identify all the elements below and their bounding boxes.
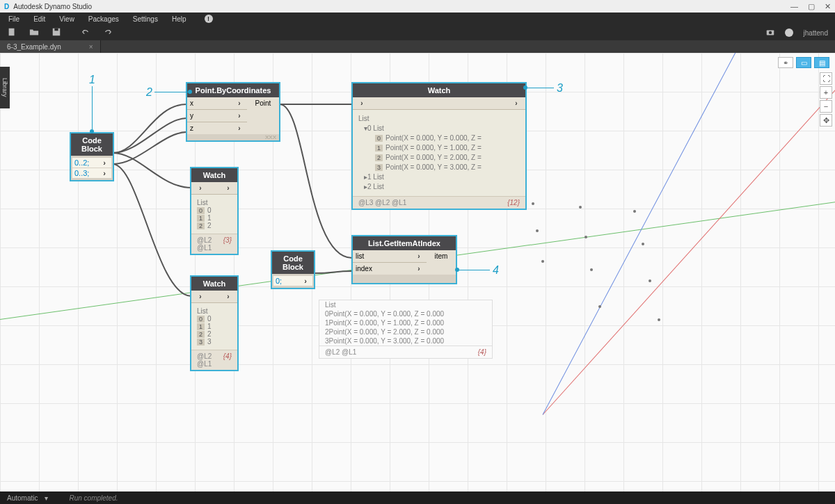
input-port-chevron-icon[interactable]: › — [234, 124, 244, 132]
output-port[interactable]: › — [100, 158, 109, 167]
node-list-getitematindex[interactable]: List.GetItemAtIndex list› index› item — [351, 235, 457, 284]
annotation-1: 1 — [89, 74, 95, 86]
node-header: Watch — [191, 168, 237, 182]
view-graph-icon[interactable]: ▭ — [796, 57, 811, 68]
maximize-icon[interactable]: ▢ — [808, 2, 815, 11]
input-port[interactable]: › — [196, 184, 205, 192]
output-port[interactable]: › — [223, 184, 233, 192]
node-header: Watch — [353, 83, 525, 97]
zoom-out-icon[interactable]: − — [820, 100, 832, 113]
status-message: Run completed. — [69, 494, 118, 502]
status-bar: Automatic▾ Run completed. — [0, 491, 835, 504]
input-port-chevron-icon[interactable]: › — [234, 99, 244, 107]
document-tab-label: 6-3_Example.dyn — [7, 43, 61, 51]
input-port-label: y — [190, 112, 193, 120]
menu-settings[interactable]: Settings — [133, 15, 158, 23]
view-3d-icon[interactable]: ▤ — [814, 57, 829, 68]
document-tab[interactable]: 6-3_Example.dyn × — [0, 40, 101, 53]
svg-rect-2 — [54, 28, 58, 31]
code-line[interactable]: 0..2; — [74, 158, 89, 167]
output-port-label[interactable]: Point — [247, 97, 279, 134]
node-header: Code Block — [71, 133, 113, 156]
watch-content: List 00 11 22 — [191, 195, 237, 234]
node-header: Watch — [191, 277, 237, 291]
code-line[interactable]: 0; — [276, 277, 282, 285]
library-panel-tab[interactable]: Library — [0, 67, 10, 108]
input-port-chevron-icon[interactable]: › — [234, 112, 244, 120]
output-preview-tooltip: List 0Point(X = 0.000, Y = 0.000, Z = 0.… — [319, 300, 493, 359]
lacing-indicator: XXX — [187, 134, 279, 140]
open-file-icon[interactable] — [29, 27, 39, 39]
undo-icon[interactable] — [81, 27, 90, 39]
node-header: List.GetItemAtIndex — [353, 236, 456, 250]
input-port-label: index — [356, 265, 372, 273]
menu-packages[interactable]: Packages — [88, 15, 119, 23]
close-icon[interactable]: ✕ — [825, 2, 831, 11]
fit-view-icon[interactable]: ⛶ — [820, 72, 832, 85]
app-title: Autodesk Dynamo Studio — [13, 3, 790, 10]
watch-content: List ▾0 List 0Point(X = 0.000, Y = 0.000… — [353, 110, 525, 196]
minimize-icon[interactable]: — — [790, 2, 798, 11]
code-line[interactable]: 0..3; — [74, 169, 89, 177]
zoom-in-icon[interactable]: + — [820, 86, 832, 99]
new-file-icon[interactable] — [7, 27, 17, 39]
annotation-3: 3 — [557, 82, 563, 95]
menu-file[interactable]: File — [8, 15, 19, 23]
chevron-down-icon: ▾ — [45, 494, 48, 502]
user-name[interactable]: jhattend — [803, 29, 828, 37]
menu-bar: File Edit View Packages Settings Help ! — [0, 13, 835, 25]
pan-icon[interactable]: ✥ — [820, 114, 832, 127]
camera-icon[interactable] — [765, 27, 775, 38]
node-code-block-2[interactable]: Code Block 0;› — [271, 250, 315, 289]
menu-view[interactable]: View — [59, 15, 74, 23]
redo-icon[interactable] — [103, 27, 113, 39]
output-port-label[interactable]: item — [427, 250, 456, 275]
input-port-label: x — [190, 99, 193, 107]
input-port-label: list — [356, 252, 364, 260]
svg-rect-0 — [9, 28, 15, 35]
node-point-bycoordinates[interactable]: Point.ByCoordinates x› y› z› Point XXX — [186, 82, 280, 142]
watch-content: List 00 11 22 33 — [191, 303, 237, 350]
view-mode-toolbar: ⚭ ▭ ▤ — [778, 57, 829, 68]
output-port[interactable]: › — [100, 169, 109, 177]
document-tab-bar: 6-3_Example.dyn × — [0, 40, 835, 53]
node-header: Code Block — [272, 252, 314, 274]
save-icon[interactable] — [51, 27, 61, 39]
output-port[interactable]: › — [301, 277, 310, 285]
node-watch-a[interactable]: Watch ›› List 00 11 22 @L2 @L1{3} — [190, 167, 239, 255]
node-watch-b[interactable]: Watch ›› List 00 11 22 33 @L2 @L1{4} — [190, 275, 239, 371]
menu-edit[interactable]: Edit — [33, 15, 45, 23]
tab-close-icon[interactable]: × — [89, 43, 93, 51]
window-titlebar: D Autodesk Dynamo Studio — ▢ ✕ — [0, 0, 835, 13]
input-port-chevron-icon[interactable]: › — [414, 265, 424, 273]
help-icon[interactable]: ! — [205, 15, 213, 23]
input-port[interactable]: › — [357, 99, 367, 107]
input-port-label: z — [190, 124, 193, 132]
annotation-2: 2 — [146, 86, 152, 99]
navigation-toolbar: ⛶ + − ✥ — [820, 72, 832, 127]
node-code-block-1[interactable]: Code Block 0..2;› 0..3;› — [70, 132, 114, 181]
node-watch-main[interactable]: Watch ›› List ▾0 List 0Point(X = 0.000, … — [351, 82, 527, 210]
toolbar: jhattend — [0, 25, 835, 40]
view-link-icon[interactable]: ⚭ — [778, 57, 793, 68]
app-logo-icon: D — [4, 3, 9, 10]
node-header: Point.ByCoordinates — [187, 83, 279, 97]
menu-help[interactable]: Help — [172, 15, 186, 23]
run-mode-dropdown[interactable]: Automatic▾ — [7, 494, 48, 502]
input-port-chevron-icon[interactable]: › — [414, 252, 424, 260]
svg-point-4 — [769, 31, 772, 34]
graph-canvas[interactable]: Library ⚭ ▭ ▤ ⛶ + − ✥ Code Block 0..2;› … — [0, 53, 835, 491]
output-port[interactable]: › — [223, 293, 233, 300]
input-port[interactable]: › — [196, 293, 205, 300]
annotation-4: 4 — [493, 264, 499, 277]
output-port[interactable]: › — [511, 99, 521, 107]
user-avatar-icon[interactable] — [785, 29, 793, 37]
